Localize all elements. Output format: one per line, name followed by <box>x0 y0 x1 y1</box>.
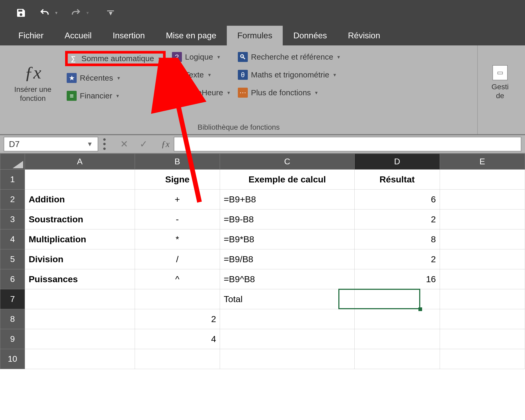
row-header[interactable]: 10 <box>0 349 25 369</box>
cell[interactable] <box>355 349 440 369</box>
cell[interactable]: =B9^B8 <box>220 269 355 289</box>
col-header-b[interactable]: B <box>135 154 220 170</box>
row-header[interactable]: 9 <box>0 329 25 349</box>
row-header[interactable]: 6 <box>0 269 25 289</box>
insert-function-button[interactable]: ƒx Insérer une fonction <box>5 49 60 116</box>
math-label: Maths et trigonométrie <box>251 70 329 79</box>
cell[interactable]: 8 <box>355 229 440 249</box>
math-button[interactable]: θ Maths et trigonométrie ▾ <box>236 69 342 81</box>
cell[interactable]: 2 <box>135 309 220 329</box>
cell[interactable]: Résultat <box>355 170 440 190</box>
cell[interactable]: =B9*B8 <box>220 229 355 249</box>
dropdown-icon: ▾ <box>158 55 161 62</box>
cell[interactable]: 2 <box>355 249 440 269</box>
cell[interactable] <box>135 289 220 309</box>
name-manager-button[interactable]: ▭ Gestide <box>483 49 520 116</box>
cell[interactable] <box>440 309 525 329</box>
cell[interactable] <box>355 329 440 349</box>
tab-review[interactable]: Révision <box>337 26 391 45</box>
cell[interactable]: 4 <box>135 329 220 349</box>
cell[interactable] <box>440 229 525 249</box>
cell[interactable]: 6 <box>355 190 440 209</box>
cell[interactable]: =B9-B8 <box>220 209 355 229</box>
cell[interactable]: Puissances <box>25 269 135 289</box>
cell[interactable] <box>440 170 525 190</box>
cell[interactable] <box>25 329 135 349</box>
cell[interactable] <box>440 289 525 309</box>
redo-dropdown-icon[interactable]: ▾ <box>86 10 89 16</box>
cell[interactable]: Multiplication <box>25 229 135 249</box>
row-header[interactable]: 1 <box>0 170 25 190</box>
cell[interactable]: Addition <box>25 190 135 209</box>
undo-icon[interactable] <box>39 8 50 18</box>
save-icon[interactable] <box>16 8 26 18</box>
row-header[interactable]: 5 <box>0 249 25 269</box>
tab-data[interactable]: Données <box>283 26 337 45</box>
cancel-formula-icon[interactable]: ✕ <box>120 139 128 150</box>
text-button[interactable]: A Texte ▾ <box>170 69 232 81</box>
tab-insert[interactable]: Insertion <box>102 26 155 45</box>
undo-dropdown-icon[interactable]: ▾ <box>55 10 57 16</box>
cell[interactable] <box>220 329 355 349</box>
cell[interactable]: - <box>135 209 220 229</box>
recent-button[interactable]: ★ Récentes ▾ <box>65 72 166 84</box>
cell[interactable]: ^ <box>135 269 220 289</box>
row-header[interactable]: 3 <box>0 209 25 229</box>
cell[interactable]: * <box>135 229 220 249</box>
cell[interactable] <box>440 269 525 289</box>
cell[interactable] <box>355 309 440 329</box>
col-header-c[interactable]: C <box>220 154 355 170</box>
name-box-dropdown-icon[interactable]: ▼ <box>87 140 93 148</box>
cell[interactable] <box>440 190 525 209</box>
cell[interactable] <box>25 349 135 369</box>
tab-formulas[interactable]: Formules <box>227 26 283 45</box>
accept-formula-icon[interactable]: ✓ <box>140 139 148 150</box>
cell[interactable]: Signe <box>135 170 220 190</box>
select-all-corner[interactable] <box>0 154 25 170</box>
more-functions-button[interactable]: ⋯ Plus de fonctions ▾ <box>236 87 342 99</box>
tab-file[interactable]: Fichier <box>8 26 54 45</box>
logical-button[interactable]: ? Logique ▾ <box>170 51 232 63</box>
row-header[interactable]: 4 <box>0 229 25 249</box>
name-box[interactable]: D7 ▼ <box>4 137 98 151</box>
cell[interactable]: 16 <box>355 269 440 289</box>
cell-selected[interactable] <box>355 289 440 309</box>
tab-layout[interactable]: Mise en page <box>155 26 227 45</box>
cell[interactable] <box>440 329 525 349</box>
lookup-button[interactable]: 🔍︎ Recherche et référence ▾ <box>236 51 342 63</box>
cell[interactable]: Total <box>220 289 355 309</box>
cell[interactable]: =B9/B8 <box>220 249 355 269</box>
formula-bar: D7 ▼ ••• ✕ ✓ ƒx <box>0 135 525 154</box>
col-header-d[interactable]: D <box>355 154 440 170</box>
cell[interactable]: Division <box>25 249 135 269</box>
financial-button[interactable]: ≡ Financier ▾ <box>65 90 166 102</box>
customize-qat-icon[interactable]: ▾ <box>107 10 114 15</box>
cell[interactable] <box>25 170 135 190</box>
col-header-a[interactable]: A <box>25 154 135 170</box>
cell[interactable]: 2 <box>355 209 440 229</box>
datetime-button[interactable]: ◐ DateHeure ▾ <box>170 87 232 99</box>
cell[interactable]: / <box>135 249 220 269</box>
formula-input[interactable] <box>174 137 521 151</box>
col-header-e[interactable]: E <box>440 154 525 170</box>
insert-function-label: Insérer une fonction <box>5 85 60 103</box>
fx-icon[interactable]: ƒx <box>157 139 174 149</box>
cell[interactable] <box>440 209 525 229</box>
cell[interactable] <box>440 349 525 369</box>
autosum-button[interactable]: ∑ Somme automatique ▾ <box>65 51 166 66</box>
cell[interactable] <box>220 309 355 329</box>
row-header[interactable]: 7 <box>0 289 25 309</box>
row-header[interactable]: 2 <box>0 190 25 209</box>
cell[interactable] <box>25 309 135 329</box>
row-header[interactable]: 8 <box>0 309 25 329</box>
cell[interactable]: Soustraction <box>25 209 135 229</box>
cell[interactable]: =B9+B8 <box>220 190 355 209</box>
cell[interactable] <box>220 349 355 369</box>
cell[interactable] <box>440 249 525 269</box>
cell[interactable]: Exemple de calcul <box>220 170 355 190</box>
cell[interactable] <box>135 349 220 369</box>
tab-home[interactable]: Accueil <box>54 26 102 45</box>
cell[interactable]: + <box>135 190 220 209</box>
redo-icon[interactable] <box>71 8 81 18</box>
cell[interactable] <box>25 289 135 309</box>
